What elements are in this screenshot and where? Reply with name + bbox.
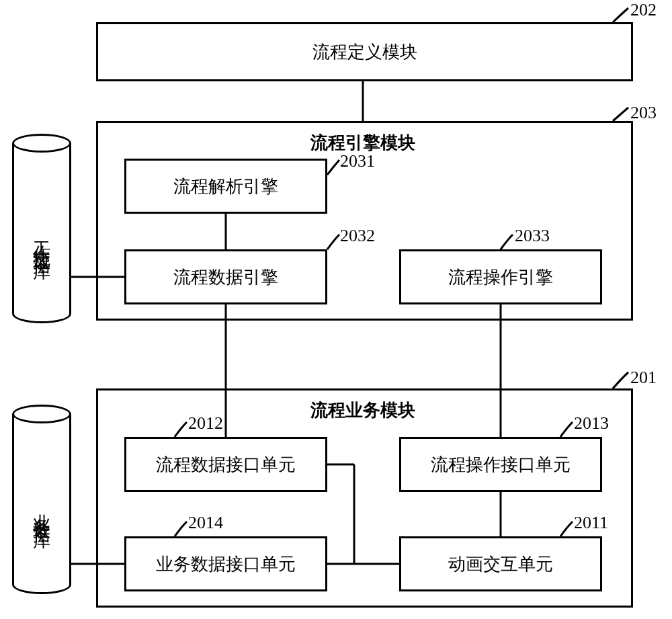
ref-2014: 2014: [188, 513, 223, 533]
process-data-interface-unit: 流程数据接口单元: [124, 437, 327, 492]
ref-2032: 2032: [340, 226, 375, 246]
animation-interaction-label: 动画交互单元: [448, 552, 553, 576]
process-operation-interface-unit: 流程操作接口单元: [399, 437, 602, 492]
process-business-title: 流程业务模块: [289, 399, 437, 422]
process-operation-engine: 流程操作引擎: [399, 249, 602, 304]
diagram-canvas: 流程定义模块 202 流程引擎模块 203 流程解析引擎 2031 流程数据引擎…: [0, 0, 672, 619]
ref-202: 202: [630, 0, 657, 20]
animation-interaction-unit: 动画交互单元: [399, 536, 602, 591]
process-parsing-label: 流程解析引擎: [173, 175, 278, 198]
business-data-interface-unit: 业务数据接口单元: [124, 536, 327, 591]
ref-2012: 2012: [188, 413, 223, 434]
ref-2011: 2011: [574, 513, 608, 533]
process-data-interface-label: 流程数据接口单元: [156, 453, 296, 477]
business-db-label: 业务数据库: [30, 500, 54, 520]
process-operation-engine-label: 流程操作引擎: [448, 265, 553, 289]
process-parsing-engine: 流程解析引擎: [124, 159, 327, 214]
process-data-engine: 流程数据引擎: [124, 249, 327, 304]
ref-2033: 2033: [515, 226, 550, 246]
process-data-engine-label: 流程数据引擎: [173, 265, 278, 289]
ref-201: 201: [630, 368, 657, 388]
process-definition-module: 流程定义模块: [96, 22, 633, 81]
business-data-interface-label: 业务数据接口单元: [156, 552, 296, 576]
process-operation-interface-label: 流程操作接口单元: [431, 453, 571, 477]
business-database-cylinder: 业务数据库: [12, 405, 71, 594]
ref-203: 203: [630, 103, 657, 123]
ref-2013: 2013: [574, 413, 609, 434]
workflow-database-cylinder: 工作流数据库: [12, 134, 71, 323]
process-definition-label: 流程定义模块: [312, 40, 417, 64]
ref-2031: 2031: [340, 151, 375, 171]
workflow-db-label: 工作流数据库: [30, 227, 54, 251]
